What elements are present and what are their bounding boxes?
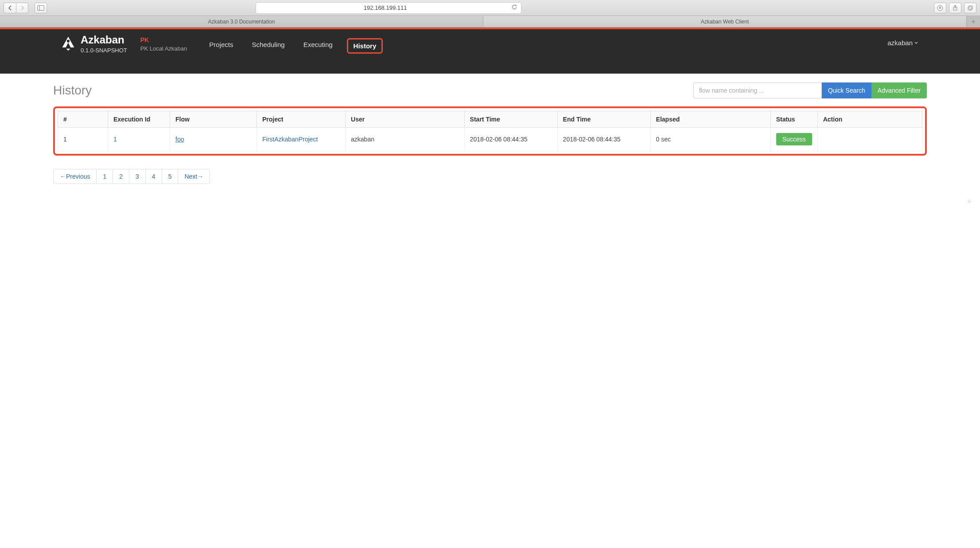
url-text: 192.168.199.111 [260, 4, 511, 11]
pagination: ←Previous 1 2 3 4 5 Next→ [53, 169, 927, 184]
search-box: Quick Search Advanced Filter [693, 82, 927, 98]
page-number[interactable]: 1 [96, 169, 113, 184]
nav-projects[interactable]: Projects [205, 38, 237, 54]
browser-tab[interactable]: Azkaban 3.0 Documentation [0, 16, 483, 27]
user-name: azkaban [887, 39, 913, 47]
svg-rect-0 [38, 5, 44, 10]
nav-executing[interactable]: Executing [299, 38, 337, 54]
sidebar-toggle-button[interactable] [35, 3, 47, 13]
app-version: 0.1.0-SNAPSHOT [81, 47, 127, 55]
svg-rect-4 [968, 7, 972, 10]
org-full: PK Local Azkaban [140, 45, 187, 52]
page-number[interactable]: 3 [129, 169, 146, 184]
flow-link[interactable]: foo [175, 136, 184, 143]
watermark-icon: ✳ [966, 197, 972, 202]
project-link[interactable]: FirstAzkabanProject [262, 136, 318, 143]
org-block: PK PK Local Azkaban [140, 36, 187, 52]
cell-start-time: 2018-02-06 08:44:35 [464, 128, 557, 151]
share-button[interactable] [949, 3, 961, 13]
cell-num: 1 [58, 128, 108, 151]
page-next[interactable]: Next→ [178, 169, 210, 184]
browser-toolbar: 192.168.199.111 [0, 0, 980, 16]
page-number[interactable]: 4 [145, 169, 162, 184]
col-execution-id: Execution Id [108, 111, 170, 128]
page-title: History [53, 83, 92, 98]
url-bar[interactable]: 192.168.199.111 [256, 2, 521, 14]
cell-action [817, 128, 922, 151]
quick-search-button[interactable]: Quick Search [822, 82, 871, 98]
azkaban-logo-icon [60, 35, 76, 51]
browser-tab[interactable]: Azkaban Web Client [483, 16, 967, 27]
tabs-button[interactable] [964, 3, 976, 13]
user-menu[interactable]: azkaban [887, 39, 918, 47]
reload-icon[interactable] [511, 4, 517, 12]
nav-menu: Projects Scheduling Executing History [205, 38, 383, 54]
table-highlight-box: # Execution Id Flow Project User Start T… [53, 106, 927, 156]
col-status: Status [770, 111, 817, 128]
col-project: Project [257, 111, 346, 128]
col-end-time: End Time [557, 111, 650, 128]
status-badge: Success [776, 133, 812, 145]
page-number[interactable]: 2 [113, 169, 129, 184]
nav-scheduling[interactable]: Scheduling [247, 38, 289, 54]
browser-tab-bar: Azkaban 3.0 Documentation Azkaban Web Cl… [0, 16, 980, 27]
page-number[interactable]: 5 [162, 169, 179, 184]
app-header: Azkaban 0.1.0-SNAPSHOT PK PK Local Azkab… [0, 29, 980, 74]
back-button[interactable] [4, 3, 16, 13]
execution-id-link[interactable]: 1 [113, 136, 117, 143]
org-short: PK [140, 36, 187, 43]
nav-buttons [4, 3, 28, 13]
table-header-row: # Execution Id Flow Project User Start T… [58, 111, 922, 128]
page-content: History Quick Search Advanced Filter # E… [0, 74, 980, 202]
svg-rect-5 [969, 6, 972, 9]
app-name: Azkaban [81, 35, 127, 45]
history-table: # Execution Id Flow Project User Start T… [58, 111, 922, 151]
cell-end-time: 2018-02-06 08:44:35 [557, 128, 650, 151]
new-tab-button[interactable]: + [967, 16, 980, 27]
cell-elapsed: 0 sec [650, 128, 770, 151]
col-action: Action [817, 111, 922, 128]
advanced-filter-button[interactable]: Advanced Filter [871, 82, 927, 98]
col-num: # [58, 111, 108, 128]
downloads-button[interactable] [934, 3, 946, 13]
flow-search-input[interactable] [693, 82, 822, 98]
col-start-time: Start Time [464, 111, 557, 128]
chevron-down-icon [914, 42, 918, 44]
svg-point-6 [67, 39, 70, 42]
nav-history[interactable]: History [347, 38, 383, 54]
col-flow: Flow [170, 111, 257, 128]
col-user: User [346, 111, 465, 128]
forward-button[interactable] [16, 3, 28, 13]
table-row: 1 1 foo FirstAzkabanProject azkaban 2018… [58, 128, 922, 151]
cell-user: azkaban [346, 128, 465, 151]
col-elapsed: Elapsed [650, 111, 770, 128]
logo-block: Azkaban 0.1.0-SNAPSHOT [60, 35, 127, 55]
page-prev[interactable]: ←Previous [53, 169, 97, 184]
